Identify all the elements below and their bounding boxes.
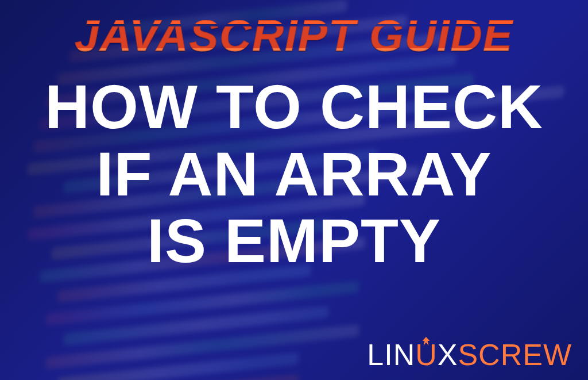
category-title: JAVASCRIPT GUIDE [0,14,588,57]
site-logo: LINUXSCREW [367,340,572,370]
brand-segment: LIN [367,340,415,370]
brand-segment-accent: U [415,340,438,370]
penguin-icon [420,336,432,347]
brand-segment-accent: SCREW [458,340,572,370]
article-title: HOW TO CHECK IF AN ARRAY IS EMPTY [0,74,588,275]
brand-segment: X [438,340,458,370]
